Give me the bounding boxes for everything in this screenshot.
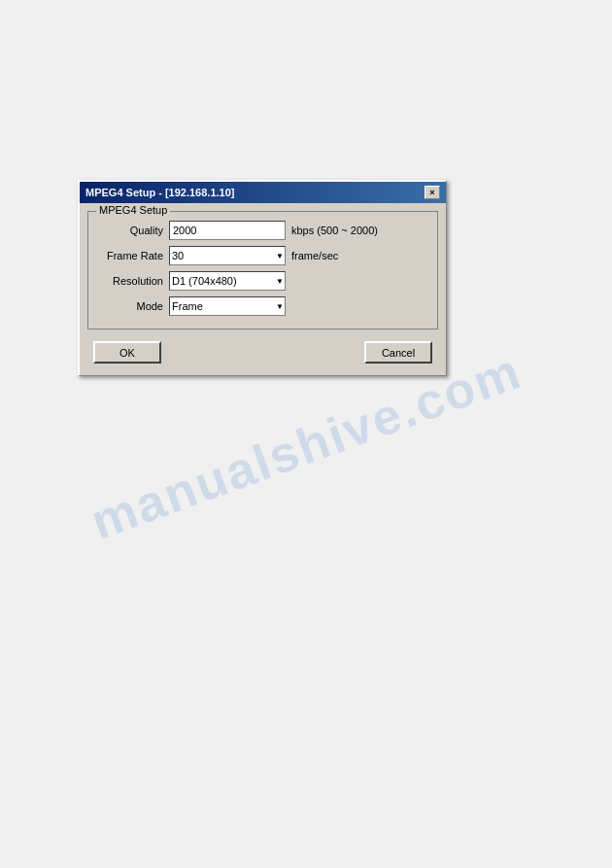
dialog-title: MPEG4 Setup - [192.168.1.10]: [85, 187, 234, 198]
mode-control-area: Frame Field: [169, 296, 429, 316]
quality-label: Quality: [96, 225, 169, 236]
framerate-unit: frame/sec: [291, 250, 338, 261]
resolution-label: Resolution: [96, 275, 169, 287]
dialog-window: MPEG4 Setup - [192.168.1.10] × MPEG4 Set…: [78, 180, 447, 376]
quality-control-area: kbps (500 ~ 2000): [169, 221, 429, 240]
mpeg4-setup-group: MPEG4 Setup Quality kbps (500 ~ 2000) Fr…: [87, 211, 438, 330]
resolution-control-area: D1 (704x480) CIF (352x240) QCIF (176x120…: [169, 271, 429, 291]
quality-row: Quality kbps (500 ~ 2000): [96, 220, 429, 241]
framerate-row: Frame Rate 1 5 10 15 20 25 30 frame: [96, 245, 429, 266]
button-row: OK Cancel: [87, 337, 438, 367]
ok-button[interactable]: OK: [93, 341, 161, 364]
cancel-button[interactable]: Cancel: [364, 341, 432, 364]
resolution-select[interactable]: D1 (704x480) CIF (352x240) QCIF (176x120…: [169, 271, 286, 291]
dialog-body: MPEG4 Setup Quality kbps (500 ~ 2000) Fr…: [80, 203, 446, 375]
mode-select[interactable]: Frame Field: [169, 296, 286, 316]
framerate-label: Frame Rate: [96, 250, 169, 261]
framerate-select[interactable]: 1 5 10 15 20 25 30: [169, 246, 286, 265]
title-bar-buttons: ×: [425, 186, 440, 199]
mode-row: Mode Frame Field: [96, 295, 429, 317]
framerate-control-area: 1 5 10 15 20 25 30 frame/sec: [169, 246, 429, 265]
framerate-select-wrapper: 1 5 10 15 20 25 30: [169, 246, 286, 265]
mode-label: Mode: [96, 300, 169, 312]
mode-select-wrapper: Frame Field: [169, 296, 286, 316]
resolution-row: Resolution D1 (704x480) CIF (352x240) QC…: [96, 270, 429, 292]
close-button[interactable]: ×: [425, 186, 440, 199]
quality-input[interactable]: [169, 221, 286, 240]
resolution-select-wrapper: D1 (704x480) CIF (352x240) QCIF (176x120…: [169, 271, 286, 291]
quality-unit: kbps (500 ~ 2000): [291, 225, 378, 236]
group-legend: MPEG4 Setup: [96, 204, 170, 216]
title-bar: MPEG4 Setup - [192.168.1.10] ×: [80, 182, 446, 203]
